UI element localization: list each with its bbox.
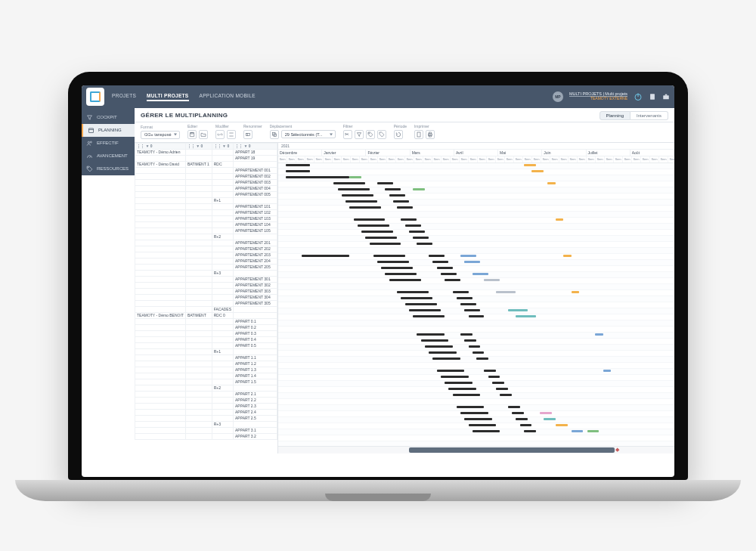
sidebar-item-planning[interactable]: PLANNING	[82, 124, 135, 137]
gantt-row[interactable]	[278, 193, 674, 200]
gantt-bar[interactable]	[464, 261, 480, 263]
gantt-row[interactable]	[278, 399, 674, 405]
gantt-bar[interactable]	[464, 339, 476, 342]
gantt-bar[interactable]	[286, 164, 309, 166]
table-row[interactable]: APPART 19	[135, 155, 277, 161]
gantt-row[interactable]	[278, 314, 674, 320]
gantt-bar[interactable]	[437, 370, 465, 372]
gantt-row[interactable]	[278, 423, 674, 429]
gantt-bar[interactable]	[484, 370, 496, 372]
gantt-bar[interactable]	[520, 424, 532, 426]
gantt-bar[interactable]	[524, 430, 536, 432]
gantt-row[interactable]	[278, 387, 674, 393]
col-header-4[interactable]: ⋮⋮ ▼ 0	[234, 143, 277, 149]
table-row[interactable]: R+1	[135, 348, 277, 354]
gantt-bar[interactable]	[453, 291, 469, 293]
copy-icon[interactable]	[270, 130, 279, 139]
table-row[interactable]: APPART 2.2	[135, 397, 277, 403]
gantt-row[interactable]	[278, 363, 674, 369]
gantt-bar[interactable]	[389, 194, 405, 197]
gantt-bar[interactable]	[409, 309, 441, 311]
gantt-bar[interactable]	[361, 231, 393, 233]
gantt-row[interactable]	[278, 405, 674, 411]
gantt-bar[interactable]	[349, 176, 361, 178]
gantt-row[interactable]	[278, 278, 674, 284]
gantt-bar[interactable]	[572, 430, 584, 432]
funnel-icon[interactable]	[355, 130, 364, 139]
table-row[interactable]: APPART 3.1	[135, 427, 277, 433]
table-row[interactable]: APPARTEMENT 104	[135, 221, 277, 228]
gantt-row[interactable]	[278, 254, 674, 260]
gantt-bar[interactable]	[405, 303, 437, 305]
gantt-row[interactable]	[278, 224, 674, 230]
gantt-bar[interactable]	[460, 255, 476, 257]
gantt-bar[interactable]	[476, 358, 488, 360]
gantt-row[interactable]	[278, 435, 674, 441]
gantt-bar[interactable]	[338, 188, 370, 190]
gantt-row[interactable]	[278, 290, 674, 296]
gantt-horizontal-scrollbar[interactable]: ◆	[278, 446, 674, 453]
gantt-bar[interactable]	[432, 358, 460, 360]
gantt-bar[interactable]	[512, 412, 524, 414]
table-row[interactable]: TEAMOTY - Démo DavidBATIMENT 1RDC	[135, 161, 277, 167]
gantt-row[interactable]	[278, 429, 674, 435]
gantt-bar[interactable]	[488, 376, 500, 378]
gantt-bar[interactable]	[370, 243, 401, 245]
gantt-bar[interactable]	[508, 309, 528, 311]
gantt-bar[interactable]	[508, 406, 520, 408]
gantt-bar[interactable]	[413, 188, 425, 190]
gantt-row[interactable]	[278, 411, 674, 417]
gantt-row[interactable]	[278, 284, 674, 290]
gantt-bar[interactable]	[401, 218, 417, 221]
gantt-bar[interactable]	[333, 182, 365, 184]
gantt-right-pane[interactable]: 2021 DécembreJanvierFévrierMarsAvrilMaiJ…	[278, 143, 674, 453]
briefcase-icon[interactable]	[662, 93, 670, 101]
gantt-bar[interactable]	[460, 333, 472, 336]
gantt-bar[interactable]	[492, 382, 504, 384]
gantt-bar[interactable]	[457, 406, 485, 408]
table-row[interactable]: APPARTEMENT 001	[135, 167, 277, 173]
printer-icon[interactable]	[426, 130, 435, 139]
save-icon[interactable]	[187, 130, 197, 139]
gantt-row[interactable]	[278, 320, 674, 327]
gantt-bar[interactable]	[413, 237, 429, 239]
gantt-bar[interactable]	[349, 206, 381, 209]
tag-icon[interactable]	[366, 130, 375, 139]
gantt-bar[interactable]	[413, 315, 445, 317]
gantt-bar[interactable]	[469, 345, 481, 348]
table-row[interactable]: APPART 0.2	[135, 324, 277, 330]
gantt-row[interactable]	[278, 218, 674, 224]
gantt-row[interactable]	[278, 272, 674, 278]
table-row[interactable]: R+2	[135, 234, 277, 240]
gantt-row[interactable]	[278, 327, 674, 333]
gantt-bar[interactable]	[405, 224, 421, 227]
gantt-row[interactable]	[278, 266, 674, 272]
col-header-1[interactable]: ⋮⋮ ▼ 0	[135, 143, 186, 149]
user-avatar-badge[interactable]: MP	[553, 91, 563, 102]
gantt-row[interactable]	[278, 206, 674, 212]
gantt-bar[interactable]	[516, 418, 528, 420]
gantt-bar[interactable]	[516, 315, 535, 317]
tag2-icon[interactable]	[377, 130, 386, 139]
gantt-bar[interactable]	[437, 267, 453, 269]
gantt-row[interactable]	[278, 357, 674, 363]
folder-open-icon[interactable]	[199, 130, 208, 139]
table-row[interactable]: APPARTEMENT 204	[135, 258, 277, 264]
gantt-row[interactable]	[278, 175, 674, 181]
gantt-bar[interactable]	[460, 303, 476, 305]
gantt-row[interactable]	[278, 169, 674, 175]
table-row[interactable]: APPARTEMENT 303	[135, 288, 277, 294]
table-row[interactable]: APPART 1.4	[135, 373, 277, 379]
gantt-bar[interactable]	[544, 418, 556, 420]
gantt-bar[interactable]	[365, 237, 397, 239]
gantt-bar[interactable]	[453, 394, 481, 396]
gantt-row[interactable]	[278, 351, 674, 357]
table-row[interactable]: APPARTEMENT 101	[135, 203, 277, 209]
table-row[interactable]: APPARTEMENT 305	[135, 300, 277, 306]
gantt-bar[interactable]	[445, 382, 472, 384]
gantt-bar[interactable]	[469, 424, 497, 426]
gantt-bar[interactable]	[425, 345, 453, 348]
gantt-bar[interactable]	[572, 291, 579, 293]
gantt-bar[interactable]	[397, 206, 413, 209]
gantt-row[interactable]	[278, 369, 674, 375]
